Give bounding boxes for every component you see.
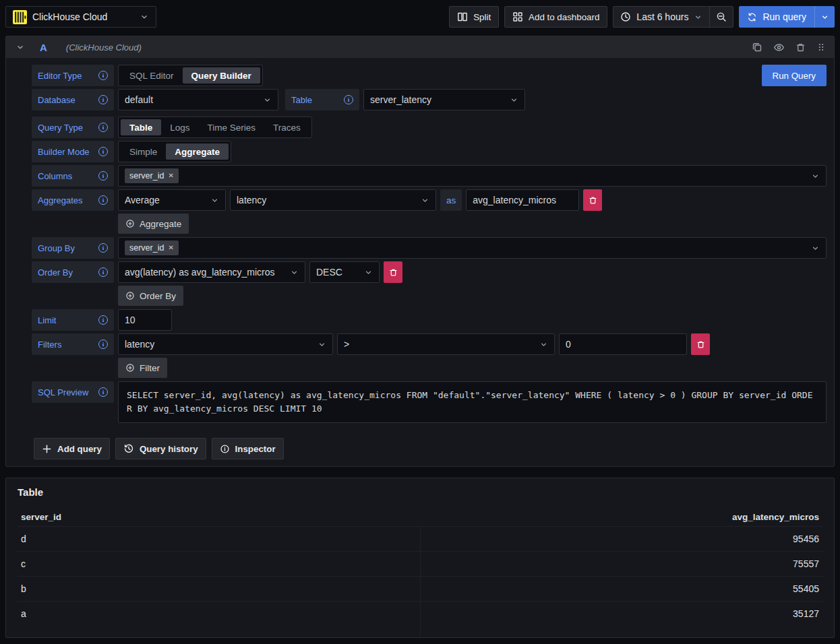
option-time-series[interactable]: Time Series	[199, 119, 265, 135]
collapse-chevron-icon[interactable]	[16, 42, 25, 52]
builder-mode-label: Builder Mode	[32, 141, 114, 162]
info-icon[interactable]	[98, 340, 108, 349]
sync-icon	[747, 12, 757, 22]
cell-avg-latency: 55405	[420, 577, 823, 601]
clock-icon	[620, 11, 631, 22]
datasource-picker[interactable]: ClickHouse Cloud	[5, 6, 156, 28]
time-range-picker[interactable]: Last 6 hours	[613, 7, 709, 27]
add-query-button[interactable]: Add query	[34, 438, 110, 459]
order-by-label: Order By	[32, 261, 114, 283]
limit-label: Limit	[32, 309, 114, 331]
add-order-by-button[interactable]: Order By	[118, 286, 183, 306]
add-to-dashboard-button[interactable]: Add to dashboard	[504, 6, 607, 28]
filters-label: Filters	[32, 333, 114, 355]
aggregate-alias-input[interactable]: avg_latency_micros	[466, 189, 579, 211]
info-icon[interactable]	[98, 95, 108, 104]
order-by-field-select[interactable]: avg(latency) as avg_latency_micros	[118, 261, 305, 283]
drag-handle-icon[interactable]	[816, 42, 826, 52]
order-by-row: Order By avg(latency) as avg_latency_mic…	[32, 261, 827, 283]
aggregate-function-select[interactable]: Average	[118, 189, 226, 211]
run-query-options-button[interactable]	[814, 6, 835, 28]
inspector-button[interactable]: Inspector	[212, 438, 284, 459]
query-ref-id[interactable]: A	[40, 42, 47, 53]
cell-server-id: a	[17, 602, 420, 626]
database-select[interactable]: default	[118, 89, 278, 110]
builder-mode-radio-group: Simple Aggregate	[118, 141, 231, 162]
info-icon[interactable]	[98, 71, 108, 80]
delete-query-trash-icon[interactable]	[796, 42, 806, 53]
history-icon	[123, 443, 134, 454]
info-icon[interactable]	[98, 387, 108, 397]
option-simple[interactable]: Simple	[121, 143, 166, 160]
group-by-row: Group By server_id	[32, 237, 827, 259]
info-icon[interactable]	[98, 267, 108, 277]
order-direction-select[interactable]: DESC	[309, 261, 380, 283]
remove-aggregate-button[interactable]	[583, 189, 602, 211]
run-query-button[interactable]: Run query	[739, 6, 814, 28]
query-editor-header: A (ClickHouse Cloud)	[6, 36, 834, 58]
info-icon[interactable]	[98, 243, 108, 253]
remove-chip-icon[interactable]	[168, 172, 173, 179]
column-header-server-id[interactable]: server_id	[17, 512, 420, 522]
add-filter-button[interactable]: Filter	[118, 358, 167, 378]
option-table[interactable]: Table	[121, 119, 161, 135]
filter-value-input[interactable]: 0	[559, 333, 687, 355]
cell-server-id: d	[17, 527, 420, 551]
editor-type-row: Editor Type SQL Editor Query Builder Run…	[32, 65, 827, 86]
columns-multiselect[interactable]: server_id	[118, 165, 827, 187]
columns-row: Columns server_id	[32, 165, 827, 187]
add-aggregate-button[interactable]: Aggregate	[118, 214, 189, 234]
option-logs[interactable]: Logs	[161, 119, 198, 135]
group-by-multiselect[interactable]: server_id	[118, 237, 827, 259]
table-select[interactable]: server_latency	[363, 89, 525, 110]
table-label: Table	[285, 89, 359, 110]
chevron-down-icon	[539, 340, 548, 349]
option-sql-editor[interactable]: SQL Editor	[121, 67, 183, 84]
database-label: Database	[32, 89, 114, 110]
zoom-out-time-button[interactable]	[709, 7, 733, 27]
columns-label: Columns	[32, 165, 114, 187]
info-icon[interactable]	[98, 315, 108, 325]
table-body: d 95456 c 75557 b 55405 a 35127	[17, 526, 823, 637]
split-label: Split	[473, 12, 491, 22]
option-traces[interactable]: Traces	[264, 119, 309, 135]
results-table-panel: Table server_id avg_latency_micros d 954…	[5, 478, 835, 638]
sql-preview-code: SELECT server_id, avg(latency) as avg_la…	[118, 381, 827, 423]
filter-operator-select[interactable]: >	[337, 333, 555, 355]
info-icon[interactable]	[98, 171, 108, 181]
filters-row: Filters latency > 0	[32, 333, 827, 355]
limit-input[interactable]: 10	[118, 309, 172, 331]
info-icon[interactable]	[344, 95, 353, 104]
info-icon[interactable]	[98, 123, 108, 132]
hide-query-eye-icon[interactable]	[773, 42, 785, 53]
clickhouse-logo-icon	[13, 10, 27, 24]
info-icon[interactable]	[98, 195, 108, 205]
cell-avg-latency: 95456	[420, 527, 823, 551]
datasource-label: ClickHouse Cloud	[32, 11, 134, 22]
selected-column-chip: server_id	[125, 168, 179, 183]
table-row: d 95456	[17, 526, 823, 551]
run-query-editor-button[interactable]: Run Query	[762, 65, 827, 86]
aggregates-row: Aggregates Average latency as avg_latenc…	[32, 189, 827, 211]
aggregate-column-select[interactable]: latency	[230, 189, 436, 211]
table-row: a 35127	[17, 601, 823, 626]
duplicate-query-icon[interactable]	[752, 42, 762, 53]
time-range-label: Last 6 hours	[636, 11, 688, 22]
option-aggregate[interactable]: Aggregate	[166, 143, 229, 160]
selected-group-by-chip: server_id	[125, 240, 179, 255]
add-filter-subrow: Filter	[32, 358, 827, 378]
remove-filter-button[interactable]	[691, 333, 710, 355]
info-icon[interactable]	[98, 147, 108, 156]
query-history-button[interactable]: Query history	[115, 438, 206, 459]
column-header-avg-latency-micros[interactable]: avg_latency_micros	[420, 512, 823, 522]
chevron-down-icon	[290, 268, 299, 277]
remove-order-by-button[interactable]	[384, 261, 402, 283]
split-icon	[457, 11, 468, 22]
remove-chip-icon[interactable]	[168, 245, 173, 251]
filter-field-select[interactable]: latency	[118, 333, 333, 355]
builder-mode-row: Builder Mode Simple Aggregate	[32, 141, 827, 162]
plus-icon	[42, 444, 52, 454]
split-button[interactable]: Split	[449, 6, 499, 28]
query-header-actions	[752, 42, 826, 53]
option-query-builder[interactable]: Query Builder	[183, 67, 260, 84]
